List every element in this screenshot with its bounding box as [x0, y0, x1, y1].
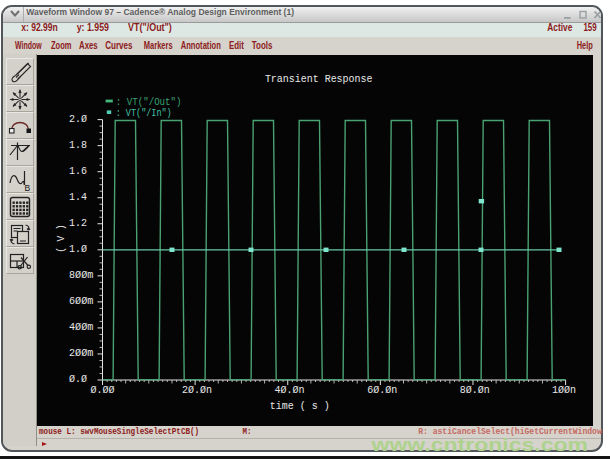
svg-text:8ØØm: 8ØØm	[69, 268, 94, 280]
svg-text:1.6: 1.6	[69, 164, 87, 176]
svg-text:6ØØm: 6ØØm	[69, 294, 94, 306]
svg-text:1.8: 1.8	[69, 138, 87, 150]
svg-text:( V ): ( V )	[55, 224, 67, 253]
svg-text:4Ø.Øn: 4Ø.Øn	[275, 383, 305, 395]
svg-text:1.Ø: 1.Ø	[69, 242, 87, 254]
svg-text:Ø.Ø: Ø.Ø	[69, 372, 87, 384]
svg-text:6Ø.Øn: 6Ø.Øn	[367, 383, 397, 395]
svg-text:Ø.ØØ: Ø.ØØ	[91, 383, 115, 395]
svg-text:4ØØm: 4ØØm	[69, 320, 94, 332]
svg-text:: VT("/In"): : VT("/In")	[116, 106, 172, 118]
svg-text:time ( s ): time ( s )	[270, 399, 330, 411]
svg-text:2Ø.Øn: 2Ø.Øn	[182, 383, 212, 395]
svg-text:2.Ø: 2.Ø	[69, 112, 87, 124]
svg-text:8Ø.Øn: 8Ø.Øn	[460, 383, 490, 395]
svg-text:1ØØn: 1ØØn	[552, 383, 576, 395]
svg-text:B: B	[25, 183, 31, 193]
svg-text:2ØØm: 2ØØm	[69, 346, 94, 358]
svg-text:1.2: 1.2	[69, 216, 87, 228]
svg-text:1.4: 1.4	[69, 190, 87, 202]
svg-text:Transient Response: Transient Response	[265, 73, 373, 85]
